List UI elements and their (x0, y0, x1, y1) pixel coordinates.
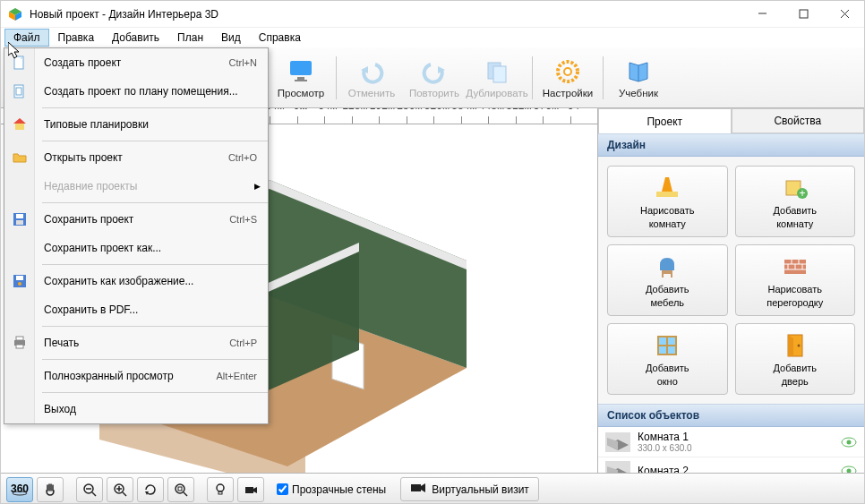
view-360-button[interactable]: 360 (6, 477, 33, 502)
svg-point-69 (176, 484, 184, 493)
object-list: Комната 1 330.0 x 630.0 Комната 2 (598, 427, 864, 473)
settings-button[interactable]: Настройки (536, 50, 599, 106)
zoom-in-button[interactable] (107, 477, 133, 502)
svg-point-50 (797, 345, 800, 347)
svg-rect-74 (245, 487, 253, 493)
transparent-walls-checkbox[interactable]: Прозрачные стены (277, 483, 386, 496)
svg-point-89 (18, 282, 21, 286)
folder-open-icon (4, 143, 35, 172)
visibility-eye-icon[interactable] (841, 437, 857, 448)
svg-marker-56 (607, 466, 618, 473)
minimize-button[interactable] (749, 5, 775, 23)
pan-hand-button[interactable] (37, 477, 64, 502)
svg-rect-86 (16, 220, 23, 225)
house-icon (4, 110, 35, 139)
chair-icon (653, 252, 681, 281)
submenu-arrow-icon: ▶ (254, 182, 261, 191)
menu-help[interactable]: Справка (250, 29, 310, 47)
reset-view-button[interactable] (137, 477, 164, 502)
add-room-button[interactable]: + Добавить комнату (735, 166, 856, 237)
tutorial-button[interactable]: Учебник (607, 50, 670, 106)
list-item[interactable]: Комната 2 (598, 457, 864, 473)
menu-add[interactable]: Добавить (103, 29, 168, 47)
room-thumb-icon (605, 461, 630, 473)
undo-button[interactable]: Отменить (340, 50, 403, 106)
svg-point-72 (217, 484, 224, 491)
menu-plan[interactable]: План (168, 29, 212, 47)
svg-rect-91 (16, 337, 23, 340)
draw-partition-button[interactable]: Нарисовать перегородку (735, 244, 856, 316)
svg-line-70 (184, 492, 187, 496)
plan-file-icon (4, 77, 35, 106)
camera-icon (410, 482, 426, 497)
camera-settings-button[interactable] (237, 477, 264, 502)
svg-text:+: + (799, 187, 805, 200)
svg-point-58 (847, 469, 852, 474)
lighting-button[interactable] (207, 477, 234, 502)
menu-fullscreen[interactable]: Полноэкранный просмотр Alt+Enter (35, 362, 268, 390)
pencil-ruler-icon (653, 174, 681, 202)
window-icon (653, 331, 681, 360)
svg-rect-88 (16, 276, 23, 280)
design-header: Дизайн (598, 133, 864, 157)
svg-marker-75 (253, 487, 257, 493)
menu-typical-layouts[interactable]: Типовые планировки (35, 110, 268, 139)
virtual-visit-button[interactable]: Виртуальный визит (400, 477, 539, 501)
menu-print[interactable]: Печать Ctrl+P (35, 329, 268, 357)
file-menu-dropdown: Создать проект Ctrl+N Создать проект по … (4, 47, 269, 424)
add-window-button[interactable]: Добавить окно (607, 323, 728, 395)
svg-marker-30 (662, 177, 672, 192)
menu-file[interactable]: Файл (4, 29, 49, 47)
add-furniture-button[interactable]: Добавить мебель (607, 244, 728, 316)
monitor-icon (287, 57, 315, 86)
duplicate-button[interactable]: Дублировать (466, 50, 528, 106)
menu-save-as-image[interactable]: Сохранить как изображение... (35, 267, 268, 295)
redo-icon (420, 57, 449, 86)
preview-button[interactable]: Просмотр (270, 50, 332, 106)
duplicate-icon (483, 57, 511, 86)
menu-new-project[interactable]: Создать проект Ctrl+N (35, 48, 268, 77)
titlebar: Новый проект - Дизайн Интерьера 3D (1, 1, 864, 28)
menubar: Файл Правка Добавить План Вид Справка (1, 28, 864, 47)
floppy-image-icon (4, 267, 35, 295)
add-door-button[interactable]: Добавить дверь (735, 323, 856, 395)
close-button[interactable] (832, 5, 857, 23)
menu-view[interactable]: Вид (212, 29, 250, 47)
svg-point-54 (847, 440, 852, 444)
floppy-icon (4, 205, 35, 234)
new-file-icon (4, 48, 35, 77)
menu-exit[interactable]: Выход (35, 395, 268, 423)
menu-open-project[interactable]: Открыть проект Ctrl+O (35, 143, 268, 172)
tab-properties[interactable]: Свойства (732, 108, 865, 133)
svg-rect-92 (16, 345, 23, 348)
menu-edit[interactable]: Правка (49, 29, 104, 47)
maximize-button[interactable] (791, 5, 816, 23)
brick-wall-icon (781, 252, 809, 281)
redo-button[interactable]: Повторить (403, 50, 466, 106)
menu-save-project-as[interactable]: Сохранить проект как... (35, 234, 268, 262)
svg-marker-82 (13, 118, 26, 124)
object-list-header: Список объектов (598, 404, 864, 427)
gear-icon (553, 57, 582, 86)
svg-rect-29 (656, 192, 678, 197)
svg-rect-34 (662, 270, 672, 274)
zoom-out-button[interactable] (76, 477, 103, 502)
room-plus-icon: + (781, 174, 809, 202)
room-thumb-icon (605, 432, 630, 452)
svg-marker-77 (421, 483, 425, 492)
menu-save-pdf[interactable]: Сохранить в PDF... (35, 295, 268, 324)
svg-line-65 (123, 492, 126, 496)
tab-project[interactable]: Проект (598, 108, 732, 133)
visibility-eye-icon[interactable] (841, 466, 857, 473)
statusbar: 360 Прозрачные стены Виртуальный визит (1, 473, 864, 504)
svg-marker-52 (607, 438, 618, 450)
menu-save-project[interactable]: Сохранить проект Ctrl+S (35, 205, 268, 234)
svg-text:360: 360 (11, 483, 29, 495)
menu-new-by-plan[interactable]: Создать проект по плану помещения... (35, 77, 268, 106)
svg-rect-76 (411, 484, 421, 491)
draw-room-button[interactable]: Нарисовать комнату (607, 166, 728, 237)
menu-recent-projects[interactable]: Недавние проекты ▶ (35, 172, 268, 201)
svg-rect-13 (493, 66, 506, 82)
list-item[interactable]: Комната 1 330.0 x 630.0 (598, 427, 864, 457)
fit-view-button[interactable] (167, 477, 194, 502)
